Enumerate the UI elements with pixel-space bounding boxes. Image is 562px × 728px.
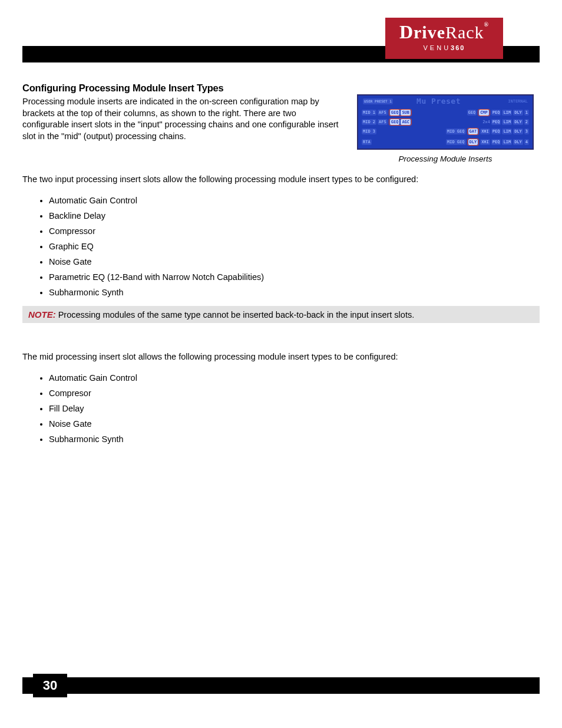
input-list-intro: The two input processing insert slots al… <box>22 174 540 186</box>
lcd-status: INTERNAL <box>508 99 528 104</box>
note-text: Processing modules of the same type cann… <box>56 310 415 319</box>
list-item: Automatic Gain Control <box>49 193 540 208</box>
brand-badge: DriveRack® VENU360 <box>385 18 503 60</box>
list-item: Noise Gate <box>49 416 540 431</box>
list-item: Compressor <box>49 223 540 239</box>
lcd-preset-name: Mu Preset <box>416 97 461 106</box>
list-item: Compresor <box>49 386 540 401</box>
mid-list-intro: The mid processing insert slot allows th… <box>22 351 540 363</box>
figure-caption: Processing Module Inserts <box>351 154 540 163</box>
note-label: NOTE: <box>28 309 56 319</box>
section-heading: Configuring Processing Module Insert Typ… <box>22 83 339 94</box>
config-map-screenshot: USER PRESET 1 Mu Preset INTERNAL MID 1AF… <box>357 94 534 150</box>
list-item: Fill Delay <box>49 401 540 416</box>
mid-insert-types-list: Automatic Gain ControlCompresorFill Dela… <box>49 370 540 447</box>
page-number: 30 <box>33 674 67 697</box>
lcd-user-preset: USER PRESET 1 <box>363 98 393 104</box>
brand-model: VENU360 <box>385 44 503 51</box>
note-box: NOTE: Processing modules of the same typ… <box>22 306 540 323</box>
input-insert-types-list: Automatic Gain ControlBackline DelayComp… <box>49 193 540 301</box>
list-item: Noise Gate <box>49 254 540 269</box>
list-item: Subharmonic Synth <box>49 285 540 300</box>
brand-logo: DriveRack® <box>385 21 503 43</box>
footer-bar <box>22 677 540 694</box>
list-item: Parametric EQ (12-Band with Narrow Notch… <box>49 269 540 285</box>
list-item: Graphic EQ <box>49 239 540 254</box>
list-item: Automatic Gain Control <box>49 370 540 386</box>
intro-paragraph: Processing module inserts are indicated … <box>22 96 339 142</box>
list-item: Subharmonic Synth <box>49 431 540 447</box>
list-item: Backline Delay <box>49 208 540 223</box>
